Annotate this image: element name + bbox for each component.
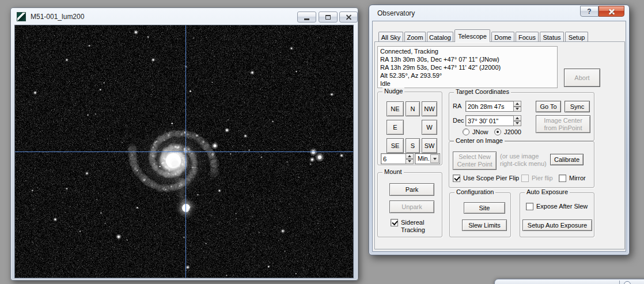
spin-down-button[interactable] — [406, 159, 414, 165]
sky-image-canvas[interactable] — [15, 25, 353, 278]
arrow-up-icon — [516, 103, 519, 105]
arrow-down-icon — [516, 108, 519, 110]
nudge-w-button[interactable]: W — [422, 120, 437, 135]
select-new-center-point-button[interactable]: Select New Center Point — [453, 152, 497, 170]
sync-button[interactable]: Sync — [565, 101, 590, 112]
nudge-nw-button[interactable]: NW — [422, 101, 437, 116]
nudge-ne-button[interactable]: NE — [387, 101, 404, 116]
minimize-icon — [304, 18, 309, 20]
close-button[interactable] — [339, 12, 358, 22]
configuration-group: Configuration Site Slew Limits — [449, 192, 511, 237]
desktop: M51-001_lum200 Observatory ? All Sky Zoo… — [0, 0, 644, 284]
auto-exposure-group: Auto Exposure Expose After Slew Setup Au… — [520, 192, 594, 237]
arrow-down-icon — [516, 122, 519, 124]
nudge-group: Nudge NE N NW E W SE S SW Min. — [377, 92, 442, 165]
nudge-unit-dropdown[interactable]: Min. — [415, 153, 440, 164]
nudge-s-button[interactable]: S — [406, 138, 420, 153]
arrow-up-icon — [408, 155, 411, 157]
image-window: M51-001_lum200 — [10, 7, 358, 281]
status-line: Connected, Tracking — [380, 47, 555, 55]
j2000-radio[interactable]: J2000 — [494, 128, 521, 135]
observatory-dialog: Observatory ? All Sky Zoom Catalog Teles… — [369, 5, 630, 255]
checkbox-box — [391, 219, 398, 226]
expose-after-slew-checkbox[interactable]: Expose After Slew — [526, 203, 588, 210]
nudge-amount-spinner — [406, 153, 414, 164]
spin-down-button[interactable] — [513, 107, 521, 112]
ra-label: RA — [453, 103, 461, 109]
dialog-close-button[interactable] — [598, 6, 624, 17]
tab-all-sky[interactable]: All Sky — [378, 32, 403, 42]
radio-circle — [463, 128, 469, 135]
divider — [619, 281, 620, 284]
center-hint-text: (or use image right-click menu) — [500, 153, 547, 168]
pier-flip-checkbox[interactable]: Pier flip — [521, 175, 553, 182]
minimize-button[interactable] — [297, 12, 316, 22]
image-window-title: M51-001_lum200 — [31, 13, 84, 21]
target-coordinates-group: Target Coordinates RA Dec JNow — [449, 92, 594, 141]
document-icon — [17, 12, 26, 21]
setup-auto-exposure-button[interactable]: Setup Auto Exposure — [522, 219, 592, 231]
checkbox-box — [559, 175, 566, 182]
nudge-sw-button[interactable]: SW — [422, 138, 437, 153]
nudge-amount-input[interactable] — [381, 153, 406, 164]
image-center-from-pinpoint-button[interactable]: Image Center from PinPoint — [536, 115, 590, 133]
nudge-se-button[interactable]: SE — [387, 138, 404, 153]
slew-limits-button[interactable]: Slew Limits — [462, 219, 507, 231]
nudge-e-button[interactable]: E — [387, 120, 404, 135]
close-icon — [609, 9, 615, 14]
status-line: Alt 52.35°, Az 293.59° — [380, 71, 555, 79]
status-line: RA 13h 30m 30s, Dec +47° 07' 11" (JNow) — [380, 55, 555, 63]
spin-up-button[interactable] — [513, 115, 521, 121]
help-icon: ? — [587, 7, 591, 16]
checkbox-box — [453, 175, 460, 182]
arrow-down-icon — [408, 160, 411, 162]
radio-circle — [494, 128, 501, 135]
dec-spinner — [513, 115, 521, 126]
mirror-checkbox[interactable]: Mirror — [559, 175, 586, 182]
observatory-titlebar[interactable]: Observatory ? — [369, 5, 629, 20]
background-window-edge[interactable] — [494, 279, 644, 284]
nudge-n-button[interactable]: N — [406, 101, 420, 116]
sidereal-tracking-checkbox[interactable]: Sidereal Tracking — [391, 219, 440, 234]
ra-input[interactable] — [465, 101, 514, 112]
spin-down-button[interactable] — [513, 121, 521, 127]
jnow-radio[interactable]: JNow — [463, 128, 488, 135]
arrow-up-icon — [516, 117, 519, 119]
dec-input[interactable] — [465, 115, 514, 126]
tab-setup[interactable]: Setup — [565, 32, 588, 42]
image-window-titlebar[interactable]: M51-001_lum200 — [11, 8, 358, 25]
status-line: RA 13h 29m 53s, Dec +47° 11' 42" (J2000) — [380, 63, 555, 71]
maximize-icon — [325, 15, 331, 20]
dialog-title: Observatory — [377, 9, 415, 17]
mount-group: Mount Park Unpark Sidereal Tracking — [377, 172, 442, 237]
dec-label: Dec — [453, 117, 464, 124]
goto-button[interactable]: Go To — [536, 101, 561, 112]
sky-image-viewport[interactable] — [14, 25, 354, 278]
spin-up-button[interactable] — [406, 153, 414, 159]
tab-catalog[interactable]: Catalog — [427, 32, 453, 42]
telescope-status-box: Connected, Tracking RA 13h 30m 30s, Dec … — [377, 46, 558, 88]
tab-zoom[interactable]: Zoom — [404, 32, 426, 42]
close-icon — [346, 14, 352, 20]
help-button-partial[interactable] — [624, 281, 631, 284]
spin-up-button[interactable] — [513, 101, 521, 107]
unpark-button[interactable]: Unpark — [389, 200, 434, 213]
help-button[interactable]: ? — [580, 6, 598, 17]
chevron-down-icon — [433, 158, 437, 160]
tab-status[interactable]: Status — [540, 32, 564, 42]
tab-telescope[interactable]: Telescope — [454, 29, 490, 42]
tab-focus[interactable]: Focus — [516, 32, 539, 42]
calibrate-button[interactable]: Calibrate — [550, 154, 584, 165]
park-button[interactable]: Park — [389, 183, 434, 196]
tab-dome[interactable]: Dome — [491, 32, 514, 42]
dropdown-button[interactable] — [430, 154, 439, 163]
ra-spinner — [513, 101, 521, 112]
maximize-button[interactable] — [319, 12, 338, 22]
site-button[interactable]: Site — [464, 202, 505, 214]
dialog-client-area: All Sky Zoom Catalog Telescope Dome Focu… — [372, 21, 626, 252]
center-on-image-group: Center on Image Select New Center Point … — [449, 141, 594, 188]
checkbox-box — [521, 175, 529, 182]
use-scope-pier-flip-checkbox[interactable]: Use Scope Pier Flip — [453, 175, 519, 182]
abort-button[interactable]: Abort — [564, 69, 600, 87]
checkbox-box — [526, 203, 533, 210]
